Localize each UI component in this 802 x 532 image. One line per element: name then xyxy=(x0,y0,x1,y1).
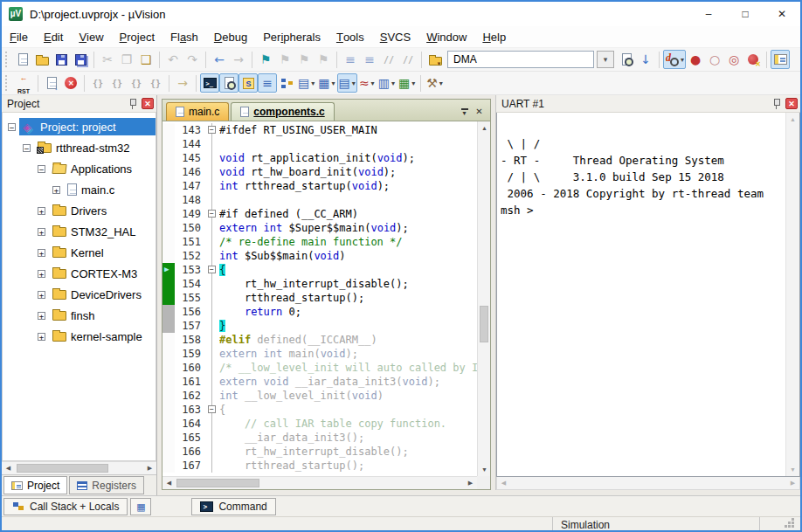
code-lines[interactable]: 143−#ifdef RT_USING_USER_MAIN144145void … xyxy=(162,123,477,476)
toolbox-button[interactable]: ▦▾ xyxy=(397,73,417,93)
menu-file[interactable]: File xyxy=(2,26,36,47)
reset-cpu-button[interactable]: RST xyxy=(13,73,34,93)
tree-expander-icon[interactable]: − xyxy=(8,123,16,131)
scroll-right-icon[interactable]: ▶ xyxy=(143,462,156,475)
new-file-button[interactable] xyxy=(13,50,32,69)
tree-expander-icon[interactable]: − xyxy=(38,165,45,173)
scroll-up-icon[interactable]: ▲ xyxy=(478,121,491,135)
menu-tools[interactable]: Tools xyxy=(328,26,372,47)
scroll-right-icon[interactable]: ▶ xyxy=(464,477,477,490)
menu-help[interactable]: Help xyxy=(474,26,514,47)
editor-tab-components-c[interactable]: components.c xyxy=(231,102,334,121)
target-select-combo[interactable]: DMA xyxy=(447,51,594,68)
incremental-find-button[interactable]: ↓ xyxy=(636,50,655,69)
scroll-up-icon[interactable]: ▲ xyxy=(786,113,799,126)
uart-panel-close-icon[interactable] xyxy=(785,98,798,109)
pin-icon[interactable] xyxy=(128,98,137,109)
tree-item-applications[interactable]: −Applications xyxy=(3,158,156,179)
menu-flash[interactable]: Flash xyxy=(162,26,206,47)
system-viewer-button[interactable]: ▥▾ xyxy=(377,73,397,93)
minimize-button[interactable]: – xyxy=(690,3,727,26)
command-tab[interactable]: Command xyxy=(191,498,275,515)
pin-icon[interactable] xyxy=(772,98,781,109)
menu-peripherals[interactable]: Peripherals xyxy=(255,26,328,47)
fold-collapse-icon[interactable]: − xyxy=(208,405,216,413)
editor-v-scrollbar[interactable]: ▲ ▼ xyxy=(477,121,490,476)
fold-collapse-icon[interactable]: − xyxy=(208,126,216,134)
menu-svcs[interactable]: SVCS xyxy=(372,26,418,47)
tree-expander-icon[interactable]: + xyxy=(38,333,45,341)
tree-item-main-c[interactable]: +main.c xyxy=(3,179,156,200)
memory-windows-button[interactable]: ▦▾ xyxy=(316,73,336,93)
disassembly-window-button[interactable] xyxy=(219,73,239,93)
tree-expander-icon[interactable]: + xyxy=(38,312,45,320)
command-window-button[interactable]: >_ xyxy=(200,73,219,93)
menu-edit[interactable]: Edit xyxy=(36,26,71,47)
start-stop-debug-button[interactable]: d▾ xyxy=(663,50,686,69)
save-button[interactable] xyxy=(52,50,71,69)
close-button[interactable]: ✕ xyxy=(764,3,800,26)
symbols-window-button[interactable]: S xyxy=(239,73,258,93)
enable-disable-breakpoint-button[interactable]: ○ xyxy=(705,50,724,69)
serial-windows-button[interactable]: ▤▾ xyxy=(337,73,357,93)
scroll-right-icon[interactable]: ▶ xyxy=(786,477,799,490)
unindent-button[interactable]: ≡ xyxy=(360,50,379,69)
menu-view[interactable]: View xyxy=(71,26,111,47)
tree-item-kernel[interactable]: +Kernel xyxy=(3,242,156,263)
menu-debug[interactable]: Debug xyxy=(206,26,255,47)
tree-expander-icon[interactable]: + xyxy=(52,186,60,194)
tree-expander-icon[interactable]: − xyxy=(23,144,31,152)
tree-item-devicedrivers[interactable]: +DeviceDrivers xyxy=(3,284,156,305)
tree-item-stm32-hal[interactable]: +STM32_HAL xyxy=(3,221,156,242)
tree-item-project-project[interactable]: −Project: project xyxy=(3,116,156,137)
disable-all-breakpoints-button[interactable]: ◎ xyxy=(724,50,743,69)
fold-collapse-icon[interactable]: − xyxy=(208,210,216,218)
uart-terminal[interactable]: \ | / - RT - Thread Operating System / |… xyxy=(496,113,800,477)
project-panel-close-icon[interactable] xyxy=(142,98,154,109)
debug-settings-button[interactable]: ⚒▾ xyxy=(425,73,445,93)
scroll-thumb[interactable] xyxy=(176,479,259,487)
watch-windows-button[interactable]: ▤▾ xyxy=(296,73,316,93)
scroll-thumb[interactable] xyxy=(17,464,108,473)
project-window-toggle-button[interactable] xyxy=(771,50,790,69)
indent-button[interactable]: ≡ xyxy=(341,50,360,69)
menu-project[interactable]: Project xyxy=(112,26,162,47)
tree-expander-icon[interactable]: + xyxy=(38,249,45,257)
paste-button[interactable]: ❑ xyxy=(136,50,156,69)
tree-item-kernel-sample[interactable]: +kernel-sample xyxy=(3,326,156,347)
fold-collapse-icon[interactable]: − xyxy=(208,266,216,273)
document-list-icon[interactable]: ▾ xyxy=(457,104,472,119)
scroll-left-icon[interactable]: ◀ xyxy=(2,462,15,475)
kill-all-breakpoints-button[interactable]: ✕ xyxy=(743,50,763,69)
insert-breakpoint-button[interactable]: ● xyxy=(686,50,705,69)
scroll-down-icon[interactable]: ▼ xyxy=(786,463,799,476)
analysis-windows-button[interactable]: ≈▾ xyxy=(357,73,377,93)
navigate-back-button[interactable]: ← xyxy=(210,50,229,69)
scroll-left-icon[interactable]: ◀ xyxy=(162,477,176,490)
close-document-icon[interactable]: ✕ xyxy=(472,104,487,119)
stop-button[interactable]: ✕ xyxy=(61,73,80,93)
memory-window-button[interactable] xyxy=(130,498,151,515)
panel-tab-registers[interactable]: Registers xyxy=(69,476,144,494)
tree-item-drivers[interactable]: +Drivers xyxy=(3,200,156,221)
scroll-left-icon[interactable]: ◀ xyxy=(497,477,510,490)
code-editor[interactable]: 143−#ifdef RT_USING_USER_MAIN144145void … xyxy=(162,121,491,490)
insert-bookmark-button[interactable]: ⚑ xyxy=(256,50,275,69)
tree-item-rtthread-stm32[interactable]: −rtthread-stm32 xyxy=(3,137,156,158)
scroll-thumb[interactable] xyxy=(480,306,488,342)
menu-window[interactable]: Window xyxy=(418,26,474,47)
scroll-down-icon[interactable]: ▼ xyxy=(478,463,491,476)
tree-item-cortex-m3[interactable]: +CORTEX-M3 xyxy=(3,263,156,284)
open-file-button[interactable] xyxy=(32,50,52,69)
save-all-button[interactable] xyxy=(71,50,90,69)
tree-item-finsh[interactable]: +finsh xyxy=(3,305,156,326)
target-select-dropdown[interactable]: ▾ xyxy=(597,51,614,68)
tree-expander-icon[interactable]: + xyxy=(38,291,45,299)
find-in-files-button[interactable] xyxy=(617,50,636,69)
editor-h-scrollbar[interactable]: ◀ ▶ xyxy=(162,476,477,489)
editor-tab-main-c[interactable]: main.c xyxy=(166,102,229,121)
configure-target-button[interactable]: ▼ xyxy=(425,50,445,69)
tree-expander-icon[interactable]: + xyxy=(38,228,45,236)
run-button[interactable]: ↓ xyxy=(42,73,61,93)
tree-expander-icon[interactable]: + xyxy=(38,270,45,278)
